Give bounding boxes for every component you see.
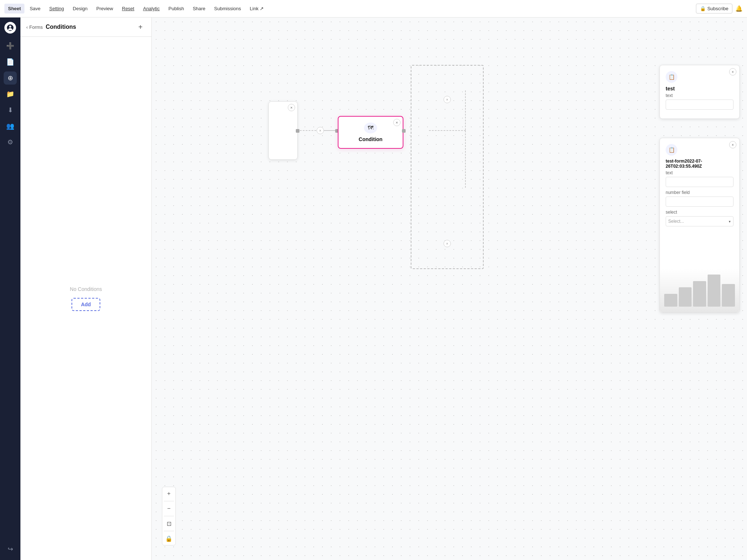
card2-select-wrapper: Select...	[666, 216, 734, 226]
blur-bars	[660, 269, 739, 312]
connector-dot-1	[296, 129, 299, 133]
left-panel-header: ‹ Forms Conditions +	[20, 18, 151, 37]
card2-text-input[interactable]	[666, 177, 734, 187]
bell-icon[interactable]: 🔔	[735, 5, 743, 12]
back-arrow-icon: ‹	[26, 24, 28, 30]
no-conditions-text: No Conditions	[70, 286, 102, 292]
card2-field-select-label: select	[666, 210, 734, 215]
sidebar-add-form[interactable]: ➕	[4, 39, 17, 52]
card1-title: test	[666, 86, 734, 92]
back-label: Forms	[29, 24, 43, 30]
zoom-fit-button[interactable]: ⊡	[164, 518, 174, 529]
blur-bar-4	[708, 275, 721, 307]
left-panel: ‹ Forms Conditions + No Conditions Add	[20, 18, 152, 560]
sidebar-settings[interactable]: ⚙	[4, 136, 17, 149]
condition-node[interactable]: × 🗺 Condition	[338, 116, 403, 149]
sidebar-folder[interactable]: 📁	[4, 88, 17, 101]
card2-close[interactable]: ×	[729, 141, 736, 148]
zoom-divider	[164, 501, 174, 501]
sidebar-document[interactable]: 📄	[4, 55, 17, 69]
nav-setting[interactable]: Setting	[46, 4, 67, 13]
zoom-divider-2	[164, 516, 174, 516]
nav-publish[interactable]: Publish	[165, 4, 188, 13]
connector-circle-1[interactable]: ×	[317, 127, 324, 134]
sidebar-download[interactable]: ⬇	[4, 104, 17, 117]
blur-bar-2	[679, 287, 692, 307]
add-condition-button[interactable]: +	[135, 22, 146, 32]
card2-select[interactable]: Select...	[666, 216, 734, 226]
card2-number-input[interactable]	[666, 197, 734, 207]
condition-close[interactable]: ×	[393, 119, 400, 126]
dashed-box	[411, 65, 484, 269]
nav-preview[interactable]: Preview	[93, 4, 117, 13]
card1-close[interactable]: ×	[729, 68, 736, 75]
nav-analytic[interactable]: Analytic	[139, 4, 163, 13]
subscribe-label: Subscribe	[707, 6, 728, 11]
zoom-controls: + − ⊡ 🔒	[162, 487, 176, 545]
card1-icon: 📋	[666, 71, 677, 83]
nav-right: 🔒 Subscribe 🔔	[696, 4, 743, 13]
condition-icon: 🗺	[364, 122, 377, 133]
condition-label: Condition	[359, 136, 382, 142]
card2-icon: 📋	[666, 144, 677, 156]
card1-field-label: text	[666, 93, 734, 98]
nav-share[interactable]: Share	[189, 4, 209, 13]
top-navigation: Sheet Save Setting Design Preview Reset …	[0, 0, 747, 18]
connector-dot-3	[402, 129, 406, 133]
blur-bar-5	[722, 284, 735, 307]
lock-icon: 🔒	[700, 6, 706, 11]
no-conditions-area: No Conditions Add	[20, 37, 151, 560]
nav-reset[interactable]: Reset	[118, 4, 138, 13]
nav-submissions[interactable]: Submissions	[210, 4, 245, 13]
main-layout: ➕ 📄 ⊕ 📁 ⬇ 👥 ⚙ ↪ ‹ Forms Conditions + No …	[0, 18, 747, 560]
card2-field-number-label: number field	[666, 190, 734, 195]
sidebar-add-circle[interactable]: ⊕	[4, 71, 17, 85]
nav-design[interactable]: Design	[69, 4, 91, 13]
zoom-divider-3	[164, 531, 174, 531]
back-to-forms[interactable]: ‹ Forms	[26, 24, 43, 30]
logo	[4, 22, 16, 34]
card2-title: test-form2022-07-26T02:03:55.490Z	[666, 159, 734, 169]
connector-circle-top[interactable]: ×	[444, 96, 451, 103]
zoom-out-button[interactable]: −	[164, 503, 174, 514]
sidebar-users[interactable]: 👥	[4, 120, 17, 133]
blank-form-node[interactable]: ×	[268, 101, 298, 160]
zoom-lock-button[interactable]: 🔒	[164, 533, 174, 544]
card2-blur	[660, 269, 739, 312]
add-button[interactable]: Add	[71, 298, 100, 311]
blur-bar-1	[664, 294, 677, 307]
nav-link[interactable]: Link ↗	[246, 4, 267, 13]
blank-node-close[interactable]: ×	[288, 104, 295, 111]
form-card-2[interactable]: × 📋 test-form2022-07-26T02:03:55.490Z te…	[659, 138, 740, 313]
card2-field-text-label: text	[666, 170, 734, 175]
connector-circle-bottom[interactable]: ×	[444, 240, 451, 247]
canvas-area[interactable]: × × × 🗺 Condition × × × 📋 test text	[152, 18, 747, 560]
blur-bar-3	[693, 281, 706, 307]
sidebar: ➕ 📄 ⊕ 📁 ⬇ 👥 ⚙ ↪	[0, 18, 20, 560]
zoom-in-button[interactable]: +	[164, 489, 174, 499]
card1-text-input[interactable]	[666, 100, 734, 110]
nav-sheet[interactable]: Sheet	[4, 4, 24, 13]
form-card-1[interactable]: × 📋 test text	[659, 65, 740, 119]
svg-point-1	[9, 26, 11, 28]
sidebar-logout[interactable]: ↪	[4, 542, 17, 556]
subscribe-button[interactable]: 🔒 Subscribe	[696, 4, 732, 13]
nav-save[interactable]: Save	[26, 4, 44, 13]
panel-title: Conditions	[46, 24, 132, 30]
